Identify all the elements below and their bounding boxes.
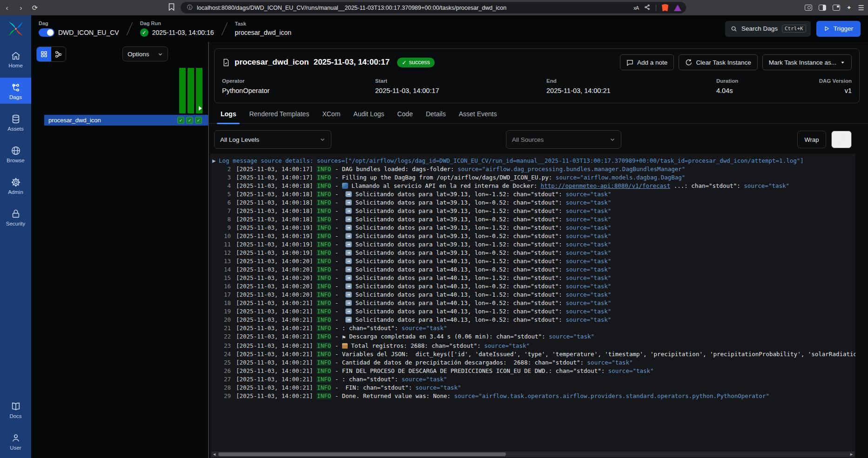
log-line-number[interactable]: 7: [219, 207, 231, 215]
fullscreen-button[interactable]: [831, 131, 852, 148]
log-line-number[interactable]: 3: [219, 173, 231, 182]
sidebar-item-security[interactable]: Security: [0, 204, 31, 230]
log-line-number[interactable]: 16: [219, 282, 231, 291]
log-line-28: 28[2025-11-03, 14:00:21] INFO - FIN: cha…: [212, 384, 855, 392]
mark-task-instance-as-button[interactable]: Mark Task Instance as...: [762, 54, 852, 70]
log-gutter: [212, 215, 219, 224]
dag-run-link[interactable]: 2025-11-03, 14:00:16: [152, 29, 214, 36]
log-line-number[interactable]: 12: [219, 249, 231, 257]
log-line-number[interactable]: 27: [219, 375, 231, 384]
log-line-number[interactable]: 18: [219, 299, 231, 307]
log-text: [313, 266, 317, 273]
scroll-left-arrow[interactable]: ◄: [211, 452, 217, 457]
split-view-icon[interactable]: [819, 5, 826, 11]
log-level-select[interactable]: All Log Levels: [214, 130, 331, 149]
tab-xcom[interactable]: XCom: [316, 110, 347, 123]
sidebar-item-browse[interactable]: Browse: [0, 141, 31, 167]
tab-rendered-templates[interactable]: Rendered Templates: [242, 110, 316, 123]
scroll-right-arrow[interactable]: ►: [848, 452, 855, 457]
log-line-number[interactable]: 2: [219, 165, 231, 173]
dag-name-link[interactable]: DWD_ICON_EU_CV: [58, 29, 119, 36]
scrollbar-thumb[interactable]: [218, 452, 506, 456]
sidebar-panel-icon[interactable]: [833, 5, 840, 11]
log-line-number[interactable]: 29: [219, 392, 231, 400]
airflow-logo[interactable]: [0, 15, 31, 42]
sidebar-item-label: Home: [8, 63, 23, 68]
log-line-number[interactable]: 10: [219, 232, 231, 240]
site-info-icon[interactable]: ⓘ: [187, 4, 193, 12]
search-dags-button[interactable]: Search Dags Ctrl+K: [725, 21, 811, 37]
trigger-button[interactable]: Trigger: [816, 21, 861, 37]
url-text[interactable]: localhost:8080/dags/DWD_ICON_EU_CV/runs/…: [197, 5, 630, 11]
sidebar-item-home[interactable]: Home: [0, 46, 31, 72]
task-status-chip-2-success[interactable]: ✓: [186, 117, 193, 124]
log-line-number[interactable]: 22: [219, 332, 231, 341]
log-line-number[interactable]: 11: [219, 240, 231, 249]
log-line-number[interactable]: 8: [219, 215, 231, 224]
sidebar-item-assets[interactable]: Assets: [0, 109, 31, 135]
task-row-procesar-dwd-icon[interactable]: procesar_dwd_icon ✓✓✓: [44, 115, 208, 126]
log-timestamp: [2025-11-03, 14:00:21]: [236, 351, 313, 358]
tab-asset-events[interactable]: Asset Events: [452, 110, 504, 123]
reload-icon[interactable]: ⟳: [28, 4, 42, 12]
log-line-number[interactable]: 6: [219, 199, 231, 207]
log-line-number[interactable]: 20: [219, 316, 231, 324]
share-icon[interactable]: [644, 4, 650, 12]
sidebar-item-admin[interactable]: Admin: [0, 173, 31, 199]
log-line-number[interactable]: 17: [219, 291, 231, 299]
url-bar[interactable]: ⓘ localhost:8080/dags/DWD_ICON_EU_CV/run…: [181, 2, 686, 13]
log-line-number[interactable]: 13: [219, 257, 231, 266]
back-icon[interactable]: ‹: [0, 4, 14, 12]
log-line-29: 29[2025-11-03, 14:00:21] INFO - Done. Re…: [212, 392, 855, 400]
translate-icon[interactable]: xA: [633, 5, 639, 11]
log-line-number[interactable]: 19: [219, 307, 231, 316]
log-viewer[interactable]: ▶Log message source details: sources=["/…: [210, 153, 855, 458]
log-line-number[interactable]: 24: [219, 350, 231, 358]
log-line-number[interactable]: 25: [219, 358, 231, 367]
grid-view-button[interactable]: [37, 47, 51, 61]
log-line-5: 5[2025-11-03, 14:00:18] INFO - Solicitan…: [212, 190, 855, 199]
task-status-chip-1-success[interactable]: ✓: [177, 117, 184, 124]
collapse-toggle-icon[interactable]: ▶: [212, 157, 219, 165]
log-line-number[interactable]: 21: [219, 324, 231, 332]
log-line-number[interactable]: 23: [219, 342, 231, 350]
ai-sparkle-icon[interactable]: ✦: [847, 4, 852, 11]
wrap-button[interactable]: Wrap: [797, 131, 826, 148]
sidebar-item-user[interactable]: User: [0, 428, 31, 454]
run-bar-3-success[interactable]: [196, 68, 202, 113]
log-line-number[interactable]: 28: [219, 384, 231, 392]
log-line-number[interactable]: 4: [219, 182, 231, 190]
log-link[interactable]: http://openmeteo-api:8080/v1/forecast: [541, 182, 670, 189]
bookmark-icon[interactable]: [168, 3, 175, 13]
tab-code[interactable]: Code: [390, 110, 419, 123]
task-status-chip-3-success[interactable]: ✓: [195, 117, 202, 124]
log-line-8: 8[2025-11-03, 14:00:18] INFO - Solicitan…: [212, 215, 855, 224]
browser-menu-icon[interactable]: ☰: [858, 4, 864, 12]
tab-audit-logs[interactable]: Audit Logs: [347, 110, 390, 123]
scrollbar-track[interactable]: [217, 451, 848, 457]
brave-shield-icon[interactable]: [662, 4, 668, 12]
log-line-number[interactable]: 5: [219, 190, 231, 199]
dag-pause-toggle[interactable]: [39, 28, 54, 37]
run-bar-2-success[interactable]: [188, 68, 194, 113]
log-text: -: [331, 333, 342, 340]
search-tabs-icon[interactable]: [805, 5, 812, 11]
tab-logs[interactable]: Logs: [214, 110, 242, 123]
forward-icon[interactable]: ›: [14, 4, 28, 12]
graph-view-button[interactable]: [51, 47, 66, 61]
log-line-number[interactable]: 15: [219, 274, 231, 282]
add-note-button[interactable]: Add a note: [620, 54, 674, 70]
log-line-number[interactable]: 26: [219, 367, 231, 375]
sidebar-item-dags[interactable]: Dags: [0, 78, 31, 104]
log-source-select[interactable]: All Sources: [506, 130, 621, 149]
tab-details[interactable]: Details: [419, 110, 452, 123]
log-line-number[interactable]: 14: [219, 266, 231, 274]
log-line-number[interactable]: 9: [219, 224, 231, 232]
log-text: [313, 182, 317, 189]
run-bar-1-success[interactable]: [179, 68, 186, 113]
extension-icon[interactable]: [674, 5, 681, 11]
options-dropdown[interactable]: Options: [122, 46, 168, 61]
horizontal-scrollbar[interactable]: ◄ ►: [211, 451, 855, 457]
clear-task-instance-button[interactable]: Clear Task Instance: [679, 54, 757, 70]
sidebar-item-docs[interactable]: Docs: [0, 397, 31, 423]
